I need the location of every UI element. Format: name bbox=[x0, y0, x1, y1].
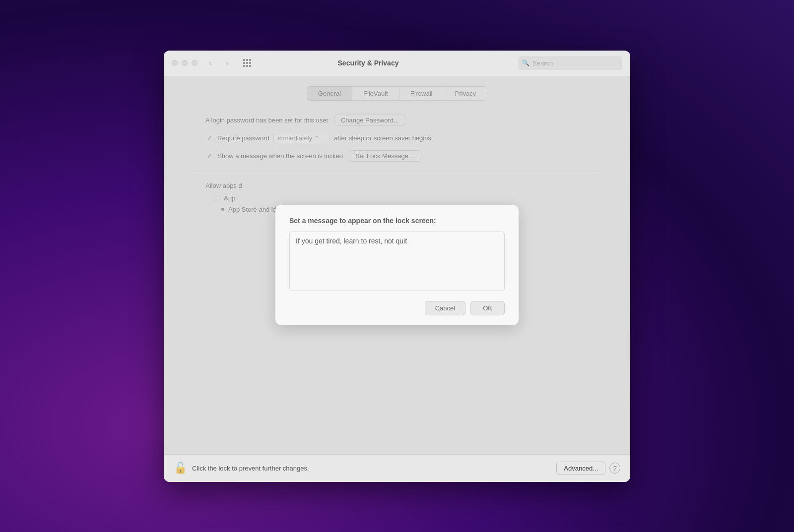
titlebar: ‹ › Security & Privacy 🔍 Search bbox=[164, 51, 630, 76]
search-icon: 🔍 bbox=[522, 59, 529, 66]
traffic-lights bbox=[172, 60, 198, 66]
window-title: Security & Privacy bbox=[218, 59, 518, 67]
cancel-button[interactable]: Cancel bbox=[425, 301, 465, 315]
search-placeholder: Search bbox=[532, 59, 553, 67]
dialog-title: Set a message to appear on the lock scre… bbox=[289, 217, 505, 225]
bottom-bar: 🔓 Click the lock to prevent further chan… bbox=[164, 454, 630, 482]
lock-text: Click the lock to prevent further change… bbox=[192, 465, 556, 472]
search-box[interactable]: 🔍 Search bbox=[518, 56, 622, 70]
maximize-button[interactable] bbox=[192, 60, 198, 66]
minimize-button[interactable] bbox=[182, 60, 188, 66]
lock-message-dialog: Set a message to appear on the lock scre… bbox=[275, 205, 519, 325]
dialog-buttons: Cancel OK bbox=[289, 301, 505, 315]
main-window: ‹ › Security & Privacy 🔍 Search General … bbox=[164, 51, 630, 482]
help-button[interactable]: ? bbox=[609, 463, 620, 473]
lock-message-textarea[interactable]: If you get tired, learn to rest, not qui… bbox=[289, 232, 505, 291]
main-content: General FileVault Firewall Privacy A log… bbox=[164, 76, 630, 454]
back-button[interactable]: ‹ bbox=[203, 56, 217, 70]
close-button[interactable] bbox=[172, 60, 178, 66]
ok-button[interactable]: OK bbox=[470, 301, 505, 315]
dialog-overlay: Set a message to appear on the lock scre… bbox=[164, 76, 630, 454]
advanced-button[interactable]: Advanced... bbox=[556, 462, 605, 475]
lock-icon: 🔓 bbox=[174, 462, 187, 474]
